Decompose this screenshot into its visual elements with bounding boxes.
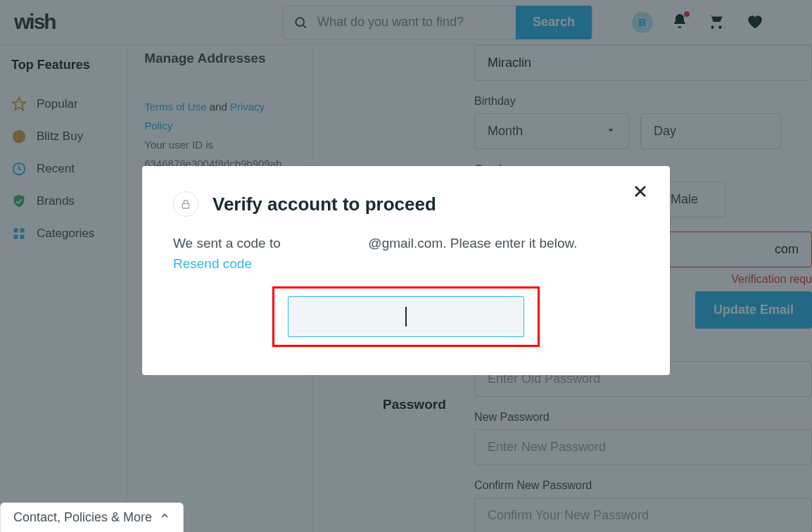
contact-policies-tab[interactable]: Contact, Policies & More (0, 502, 184, 532)
resend-code-link[interactable]: Resend code (173, 256, 252, 271)
close-icon[interactable] (632, 183, 649, 203)
lock-icon (173, 191, 198, 217)
text-cursor (405, 307, 407, 327)
modal-email-mask: @gmail.com (368, 236, 443, 251)
verify-account-modal: Verify account to proceed We sent a code… (142, 166, 670, 375)
verification-code-input[interactable] (288, 296, 524, 337)
modal-title: Verify account to proceed (212, 194, 436, 215)
modal-sent-prefix: We sent a code to (173, 236, 284, 251)
modal-sent-suffix: . Please enter it below. (443, 236, 577, 251)
svg-rect-13 (182, 203, 189, 208)
contact-tab-label: Contact, Policies & More (13, 510, 152, 525)
modal-overlay: Verify account to proceed We sent a code… (0, 0, 812, 532)
chevron-up-icon (159, 510, 170, 525)
